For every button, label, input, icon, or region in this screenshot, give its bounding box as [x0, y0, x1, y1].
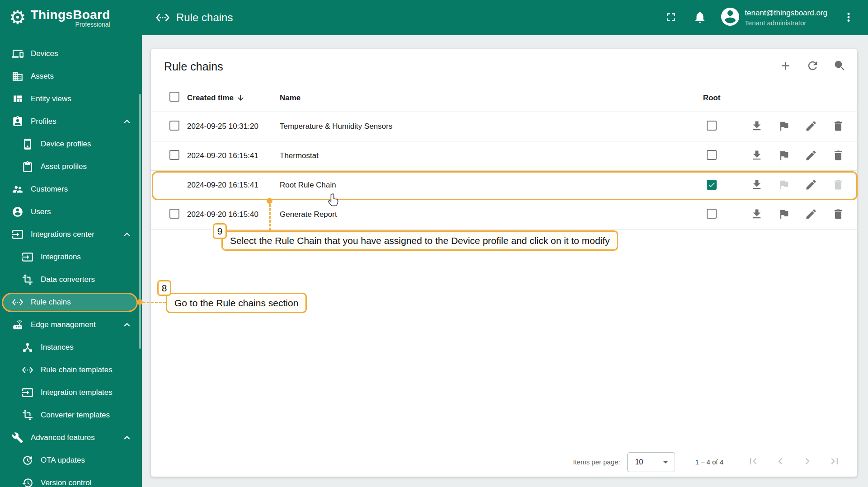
sidebar-item-integration-templates[interactable]: Integration templates	[0, 381, 142, 404]
delete-rule-chain-button[interactable]	[828, 205, 848, 225]
sidebar-item-instances[interactable]: Instances	[0, 336, 142, 359]
sidebar-item-data-converters[interactable]: Data converters	[0, 268, 142, 291]
sidebar-item-label: Data converters	[41, 275, 142, 284]
dropdown-caret-icon	[660, 457, 671, 468]
column-created-time[interactable]: Created time	[187, 94, 280, 103]
pager	[743, 452, 845, 472]
chevron-up-icon[interactable]	[121, 432, 133, 444]
created-time-cell: 2024-09-20 16:15:41	[187, 151, 280, 160]
chevron-up-icon[interactable]	[121, 116, 133, 127]
name-cell: Temperature & Humidity Sensors	[280, 122, 680, 131]
sidebar-item-ota-updates[interactable]: OTA updates	[0, 449, 142, 472]
sidebar-scrollbar[interactable]	[139, 94, 141, 349]
search-icon	[833, 59, 846, 74]
sidebar-item-version-control[interactable]: Version control	[0, 472, 142, 487]
column-name[interactable]: Name	[280, 94, 680, 103]
edit-rule-chain-button[interactable]	[801, 175, 821, 195]
set-root-button[interactable]	[774, 117, 794, 136]
fullscreen-button[interactable]	[662, 8, 680, 27]
table-row[interactable]: 2024-09-20 16:15:41Root Rule Chain	[151, 171, 857, 200]
select-all-checkbox[interactable]	[169, 92, 179, 102]
sidebar-item-customers[interactable]: Customers	[0, 178, 142, 201]
root-checkbox[interactable]	[707, 209, 717, 219]
topbar-menu-button[interactable]	[839, 8, 858, 27]
next-page-button[interactable]	[798, 452, 817, 472]
sidebar-item-profiles[interactable]: Profiles	[0, 110, 142, 133]
delete-rule-chain-button[interactable]	[828, 117, 848, 136]
root-checkbox[interactable]	[707, 150, 717, 160]
entity-views-icon	[12, 93, 23, 105]
sidebar-item-label: Edge management	[31, 320, 114, 329]
last-page-icon	[828, 455, 841, 469]
edit-icon	[805, 208, 817, 222]
root-checkbox[interactable]	[707, 121, 717, 131]
download-icon	[751, 149, 763, 163]
set-root-button[interactable]	[774, 205, 794, 225]
edit-icon	[805, 178, 817, 192]
first-page-button[interactable]	[743, 452, 763, 472]
set-root-button[interactable]	[774, 175, 794, 195]
notifications-button[interactable]	[690, 8, 709, 27]
set-root-button[interactable]	[774, 146, 794, 166]
card-title: Rule chains	[164, 60, 775, 73]
avatar[interactable]	[719, 7, 741, 28]
sidebar-item-label: Devices	[31, 49, 142, 58]
sidebar-item-integrations-center[interactable]: Integrations center	[0, 223, 142, 246]
export-rule-chain-button[interactable]	[747, 117, 767, 136]
edit-rule-chain-button[interactable]	[801, 117, 821, 136]
export-rule-chain-button[interactable]	[747, 175, 767, 195]
prev-page-button[interactable]	[770, 452, 790, 472]
name-cell: Root Rule Chain	[280, 181, 680, 190]
flag-icon	[778, 120, 790, 134]
flag-icon	[778, 149, 790, 163]
sidebar-item-converter-templates[interactable]: Converter templates	[0, 404, 142, 426]
items-per-page-select[interactable]: 10	[627, 452, 675, 472]
sidebar-item-rule-chains[interactable]: Rule chains	[0, 291, 142, 314]
refresh-button[interactable]	[802, 56, 823, 77]
sidebar-item-assets[interactable]: Assets	[0, 65, 142, 88]
edit-icon	[805, 149, 817, 163]
delete-rule-chain-button[interactable]	[828, 146, 848, 166]
avatar-icon	[719, 6, 741, 29]
thingsboard-gear-icon: ⚙	[9, 8, 26, 27]
sidebar-item-rule-chain-templates[interactable]: Rule chain templates	[0, 359, 142, 381]
sidebar-item-advanced-features[interactable]: Advanced features	[0, 426, 142, 449]
pagination-bar: Items per page: 10 1 – 4 of 4	[151, 447, 857, 477]
add-rule-chain-button[interactable]	[775, 56, 796, 77]
root-checkbox[interactable]	[707, 180, 717, 190]
brand-text: ThingsBoard Professional	[31, 8, 110, 28]
sidebar-item-entity-views[interactable]: Entity views	[0, 88, 142, 110]
edit-rule-chain-button[interactable]	[801, 205, 821, 225]
page-title: Rule chains	[176, 11, 233, 24]
device-profiles-icon	[22, 138, 33, 150]
sidebar-item-label: Rule chains	[31, 298, 142, 307]
row-checkbox[interactable]	[169, 150, 179, 160]
search-button[interactable]	[829, 56, 850, 77]
sidebar-item-asset-profiles[interactable]: Asset profiles	[0, 155, 142, 178]
delete-icon	[832, 178, 845, 192]
brand-logo[interactable]: ⚙ ThingsBoard Professional	[0, 0, 142, 35]
sidebar-item-device-profiles[interactable]: Device profiles	[0, 133, 142, 155]
download-icon	[751, 208, 763, 222]
table-row[interactable]: 2024-09-20 16:15:41Thermostat	[151, 141, 857, 171]
sidebar-item-label: Converter templates	[41, 411, 142, 420]
sidebar-item-users[interactable]: Users	[0, 201, 142, 223]
sidebar-item-label: Assets	[31, 72, 142, 81]
delete-rule-chain-button[interactable]	[828, 175, 848, 195]
sidebar-item-edge-management[interactable]: Edge management	[0, 314, 142, 336]
sidebar-item-devices[interactable]: Devices	[0, 42, 142, 65]
user-info[interactable]: tenant@thingsboard.org Tenant administra…	[745, 9, 827, 27]
sidebar-item-integrations[interactable]: Integrations	[0, 246, 142, 268]
export-rule-chain-button[interactable]	[747, 146, 767, 166]
table-row[interactable]: 2024-09-20 16:15:40Generate Report	[151, 200, 857, 229]
last-page-button[interactable]	[825, 452, 845, 472]
chevron-up-icon[interactable]	[121, 319, 133, 331]
chevron-up-icon[interactable]	[121, 229, 133, 240]
export-rule-chain-button[interactable]	[747, 205, 767, 225]
row-checkbox[interactable]	[169, 209, 179, 219]
edit-rule-chain-button[interactable]	[801, 146, 821, 166]
ota-updates-icon	[22, 454, 33, 466]
table-row[interactable]: 2024-09-25 10:31:20Temperature & Humidit…	[151, 112, 857, 141]
sidebar-item-label: OTA updates	[41, 456, 142, 465]
row-checkbox[interactable]	[169, 121, 179, 131]
